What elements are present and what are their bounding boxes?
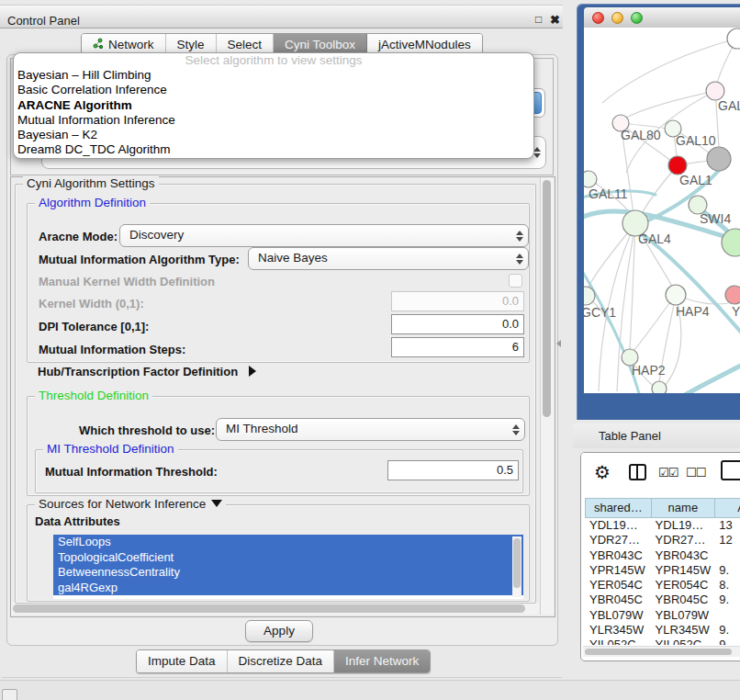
table-panel-window: ⚙ ☑☑ ☐☐ shared…nameA YDL19…YDL19…13YDR27… [580, 452, 740, 661]
table-header-row: shared…nameA [585, 498, 740, 518]
node-label: HAP4 [676, 304, 710, 319]
table-row[interactable]: YER054CYER054C8. [585, 578, 740, 593]
aracne-mode-label: Aracne Mode: [39, 230, 118, 243]
select-all-icon[interactable]: ☑☑ [658, 466, 678, 480]
mi-steps-field[interactable]: 6 [391, 337, 524, 357]
vertical-scrollbar[interactable] [540, 177, 554, 615]
apply-button[interactable]: Apply [245, 620, 313, 642]
dropdown-placeholder: Select algorithm to view settings [14, 53, 533, 68]
list-vertical-scrollbar[interactable] [512, 536, 521, 597]
attribute-item-gal4rgexp[interactable]: gal4RGexp [53, 581, 523, 596]
combobox-stepper-icon [512, 424, 520, 435]
dropdown-item-mutual-information-inference[interactable]: Mutual Information Inference [14, 113, 533, 128]
tab-label: Network [108, 38, 154, 51]
table-cell: YBR043C [651, 548, 715, 563]
combobox-value: Discovery [129, 228, 184, 242]
tab-infer-network[interactable]: Infer Network [334, 650, 430, 672]
table-cell: YBR045C [585, 593, 651, 607]
mac-minimize-icon[interactable] [611, 12, 623, 24]
table-cell: YLR345W [585, 623, 651, 638]
group-title: Algorithm Definition [35, 196, 150, 209]
dropdown-item-aracne-algorithm[interactable]: ARACNE Algorithm [14, 98, 533, 113]
export-table-icon[interactable] [721, 460, 740, 480]
corner-widget-icon[interactable] [2, 689, 17, 700]
table-cell: YBL079W [585, 608, 651, 623]
network-node-gal1[interactable] [668, 156, 687, 175]
table-row[interactable]: YIL052CYIL052C9 [585, 638, 740, 645]
manual-kernel-width-checkbox[interactable] [509, 274, 522, 288]
aracne-mode-combobox[interactable]: Discovery [119, 224, 529, 247]
settings-gear-icon[interactable]: ⚙ [594, 461, 611, 483]
dropdown-item-bayesian-hill-climbing[interactable]: Bayesian – Hill Climbing [14, 68, 533, 83]
mac-close-icon[interactable] [592, 12, 604, 24]
node-label: HAP2 [632, 363, 666, 378]
table-row[interactable]: YBL079WYBL079W [585, 608, 740, 623]
group-title: MI Threshold Definition [43, 442, 178, 456]
dropdown-item-dream8-dc-tdc-algorithm[interactable]: Dream8 DC_TDC Algorithm [14, 142, 533, 157]
attribute-item-selfloops[interactable]: SelfLoops [53, 535, 523, 550]
control-panel-title: Control Panel [7, 14, 80, 28]
mi-threshold-definition-group: MI Threshold Definition Mutual Informati… [35, 449, 523, 493]
network-node-gal[interactable] [706, 82, 724, 100]
sources-section-toggle[interactable]: Sources for Network Inference [35, 497, 226, 511]
column-header-name[interactable]: name [652, 498, 716, 518]
column-header-shared[interactable]: shared… [585, 498, 652, 518]
mi-threshold-field[interactable]: 0.5 [387, 460, 519, 480]
float-window-icon[interactable]: □ [535, 13, 542, 26]
table-row[interactable]: YDL19…YDL19…13 [585, 518, 740, 533]
network-node[interactable] [707, 147, 731, 171]
tab-label: Select [228, 38, 263, 51]
mi-threshold-label: Mutual Information Threshold: [45, 465, 218, 479]
node-label: GAL4 [638, 231, 671, 246]
combobox-stepper-icon [533, 147, 541, 158]
attribute-item-topologicalcoefficient[interactable]: TopologicalCoefficient [53, 550, 523, 566]
node-label: GCY1 [584, 305, 616, 320]
network-node[interactable] [722, 229, 740, 256]
horizontal-scrollbar[interactable] [11, 603, 539, 615]
status-strip [0, 680, 740, 700]
tab-label: Impute Data [148, 654, 216, 668]
mi-algorithm-type-combobox[interactable]: Naive Bayes [248, 247, 529, 270]
mac-zoom-icon[interactable] [631, 12, 643, 24]
table-horizontal-scrollbar[interactable] [583, 646, 740, 657]
tab-label: Discretize Data [239, 654, 323, 668]
network-canvas[interactable]: GALGAL80GAL10GAL1GAL11GAL4SWI4GCY1HAP4YH… [584, 28, 740, 393]
scrollbar-thumb[interactable] [13, 604, 525, 613]
table-row[interactable]: YDR27…YDR27…12 [585, 533, 740, 548]
which-threshold-combobox[interactable]: MI Threshold [216, 418, 525, 441]
kernel-width-label: Kernel Width (0,1): [39, 297, 144, 310]
dropdown-item-basic-correlation-inference[interactable]: Basic Correlation Inference [14, 83, 533, 97]
network-node[interactable] [652, 381, 667, 393]
dpi-tolerance-field[interactable]: 0.0 [391, 314, 524, 334]
network-node-gal11[interactable] [584, 171, 597, 187]
table-row[interactable]: YPR145WYPR145W9. [585, 563, 740, 578]
table-cell: YBL079W [651, 608, 715, 623]
algorithm-definition-group: Algorithm Definition Aracne Mode: Discov… [27, 203, 530, 363]
close-panel-icon[interactable]: ✖ [550, 13, 560, 27]
column-view-icon[interactable] [629, 464, 646, 480]
table-cell [714, 548, 740, 563]
threshold-definition-group: Threshold Definition Which threshold to … [27, 396, 530, 496]
network-node-hap4[interactable] [666, 285, 686, 305]
tab-discretize-data[interactable]: Discretize Data [228, 650, 335, 672]
attribute-item-betweennesscentrality[interactable]: BetweennessCentrality [53, 565, 523, 581]
table-row[interactable]: YBR045CYBR045C9. [585, 593, 740, 607]
network-node-y[interactable] [725, 286, 740, 304]
table-row[interactable]: YLR345WYLR345W9. [585, 623, 740, 638]
tab-label: Infer Network [345, 654, 419, 668]
table-row[interactable]: YBR043CYBR043C [585, 548, 740, 563]
network-node[interactable] [727, 28, 740, 49]
data-attributes-list[interactable]: SelfLoopsTopologicalCoefficientBetweenne… [53, 535, 523, 599]
network-window-titlebar[interactable] [584, 7, 740, 28]
kernel-width-field[interactable]: 0.0 [391, 291, 524, 311]
table-body[interactable]: YDL19…YDL19…13YDR27…YDR27…12YBR043CYBR04… [585, 518, 740, 645]
scrollbar-thumb[interactable] [585, 649, 732, 655]
node-label: GAL [718, 98, 740, 113]
scrollbar-thumb[interactable] [543, 180, 551, 417]
hub-factor-section-toggle[interactable]: Hub/Transcription Factor Definition [38, 365, 256, 378]
deselect-all-icon[interactable]: ☐☐ [686, 466, 705, 480]
scrollbar-thumb[interactable] [513, 538, 521, 588]
column-header-a[interactable]: A [715, 498, 740, 518]
tab-impute-data[interactable]: Impute Data [137, 650, 228, 672]
dropdown-item-bayesian-k2[interactable]: Bayesian – K2 [14, 128, 533, 142]
